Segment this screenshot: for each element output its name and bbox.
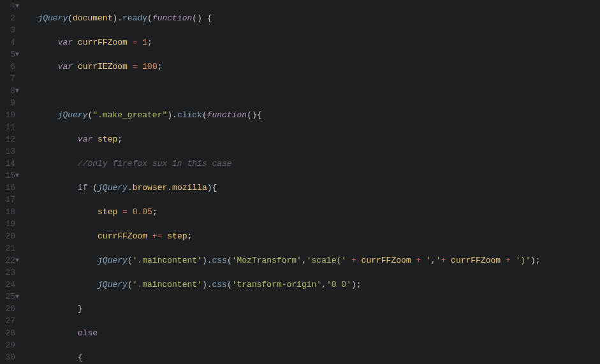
line-number: 26 [3,303,15,315]
line-number: 5▼ [3,48,15,61]
line-number: 9 [3,97,15,109]
line-number: 6 [3,61,15,73]
line-number: 19 [3,218,15,230]
line-number: 22▼ [3,254,15,266]
line-number: 17 [3,194,15,206]
line-number: 27 [3,315,15,327]
code-line[interactable]: jQuery(".make_greater").click(function()… [23,109,600,121]
line-number: 4 [3,36,15,48]
fold-icon[interactable]: ▼ [15,254,19,266]
code-line[interactable]: var currIEZoom = 100; [23,61,600,73]
code-line[interactable]: var currFFZoom = 1; [23,36,600,48]
line-number: 16 [3,182,15,194]
line-number: 8▼ [3,85,15,97]
line-number: 21 [3,242,15,254]
code-editor[interactable]: 1▼ 2 3 4 5▼ 6 7 8▼ 9 10 11 12 13 14 15▼ … [0,0,600,364]
code-line[interactable]: { [23,351,600,363]
line-number: 14 [3,157,15,170]
line-number: 23 [3,266,15,279]
line-number: 29 [3,339,15,351]
line-number: 12 [3,133,15,145]
code-line[interactable]: step = 0.05; [23,206,600,218]
code-line[interactable]: jQuery('.maincontent').css('transform-or… [23,279,600,291]
line-number: 28 [3,327,15,339]
line-number: 2 [3,12,15,24]
line-number-gutter: 1▼ 2 3 4 5▼ 6 7 8▼ 9 10 11 12 13 14 15▼ … [0,0,20,364]
line-number: 11 [3,121,15,133]
fold-icon[interactable]: ▼ [15,170,19,182]
line-number: 7 [3,73,15,85]
line-number: 3 [3,24,15,36]
line-number: 20 [3,230,15,242]
line-number: 15▼ [3,170,15,182]
line-number: 30 [3,351,15,363]
fold-icon[interactable]: ▼ [15,85,19,97]
code-line[interactable] [23,85,600,97]
code-line[interactable]: else [23,327,600,339]
fold-icon[interactable]: ▼ [15,291,19,303]
line-number: 1▼ [3,0,15,12]
code-line[interactable]: jQuery('.maincontent').css('MozTransform… [23,254,600,266]
line-number: 13 [3,145,15,157]
code-line[interactable]: currFFZoom += step; [23,230,600,242]
code-line[interactable]: } [23,303,600,315]
code-line[interactable]: jQuery(document).ready(function() { [23,12,600,24]
line-number: 24 [3,279,15,291]
line-number: 18 [3,206,15,218]
line-number: 25▼ [3,291,15,303]
fold-icon[interactable]: ▼ [15,0,19,12]
fold-icon[interactable]: ▼ [15,48,19,61]
code-area[interactable]: jQuery(document).ready(function() { var … [20,0,600,364]
code-line[interactable]: var step; [23,133,600,145]
code-line[interactable]: //only firefox sux in this case [23,157,600,170]
line-number: 10 [3,109,15,121]
code-line[interactable]: if (jQuery.browser.mozilla){ [23,182,600,194]
